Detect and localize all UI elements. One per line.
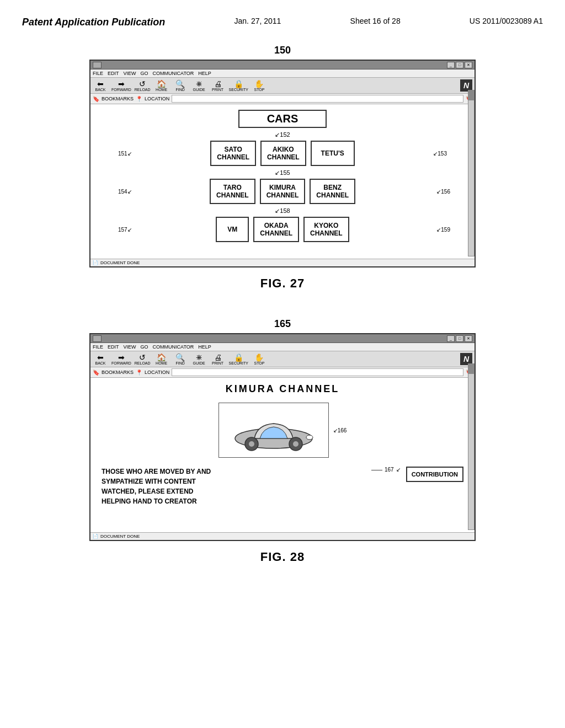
find-button-28[interactable]: 🔍 FIND: [173, 354, 188, 365]
cars-title-container: CARS: [102, 110, 463, 128]
akiko-channel[interactable]: AKIKOCHANNEL: [260, 141, 306, 166]
figure-28-label: FIG. 28: [260, 550, 305, 564]
browser-locationbar-27: 🔖 BOOKMARKS 📍 LOCATION 🔖: [90, 94, 475, 104]
tetus-channel[interactable]: TETU'S: [311, 141, 355, 166]
browser-content-27: CARS ↙152 151↙ SATOCHANNEL: [90, 104, 475, 259]
sato-channel[interactable]: SATOCHANNEL: [210, 141, 256, 166]
reload-button[interactable]: ↺ RELOAD: [135, 80, 151, 92]
browser-frame-28: _ □ ✕ FILE EDIT VIEW GO COMMUNICATOR HEL…: [89, 333, 476, 541]
menu-communicator[interactable]: COMMUNICATOR: [153, 71, 194, 76]
home-button[interactable]: 🏠 HOME: [154, 80, 169, 92]
title-icon-28: [93, 335, 102, 342]
vm-channel[interactable]: VM: [216, 217, 249, 242]
browser-toolbar-28: ⬅ BACK ➡ FORWARD ↺ RELOAD 🏠 HOME: [90, 351, 475, 367]
browser-toolbar-27: ⬅ BACK ➡ FORWARD ↺ RELOAD 🏠 HOME: [90, 78, 475, 94]
ref-155-area: ↙155: [102, 169, 463, 176]
browser-locationbar-28: 🔖 BOOKMARKS 📍 LOCATION 🔖: [90, 367, 475, 378]
kyoko-channel[interactable]: KYOKOCHANNEL: [303, 217, 349, 242]
close-btn-28[interactable]: ✕: [465, 335, 472, 342]
ref-158-area: ↙158: [102, 207, 463, 215]
forward-button-28[interactable]: ➡ FORWARD: [111, 354, 131, 365]
okada-channel[interactable]: OKADACHANNEL: [253, 217, 299, 242]
page-header: Patent Application Publication Jan. 27, …: [22, 11, 543, 28]
cars-title: CARS: [238, 110, 327, 128]
body-text: THOSE WHO ARE MOVED BY AND SYMPATHIZE WI…: [102, 467, 362, 506]
bookmarks-label[interactable]: BOOKMARKS: [102, 96, 134, 101]
menu-go-28[interactable]: GO: [141, 344, 148, 350]
window-controls-28: _ □ ✕: [447, 335, 472, 342]
car-image-svg: [224, 408, 323, 452]
browser-scrollbar-27[interactable]: [468, 90, 475, 256]
bookmarks-label-28[interactable]: BOOKMARKS: [102, 370, 134, 375]
location-input[interactable]: [172, 95, 463, 103]
guide-button[interactable]: ⛯ GUIDE: [191, 80, 207, 92]
location-input-28[interactable]: [172, 368, 463, 376]
reload-button-28[interactable]: ↺ RELOAD: [135, 354, 151, 365]
menu-view-28[interactable]: VIEW: [124, 344, 136, 350]
back-button-28[interactable]: ⬅ BACK: [93, 354, 108, 365]
contribution-section: THOSE WHO ARE MOVED BY AND SYMPATHIZE WI…: [102, 467, 463, 506]
minimize-btn[interactable]: _: [447, 62, 455, 68]
benz-channel[interactable]: BENZCHANNEL: [310, 179, 355, 204]
scrollbar-thumb-27[interactable]: [468, 90, 474, 100]
ref-159-label: ↙159: [436, 227, 450, 233]
browser-menubar-27: FILE EDIT VIEW GO COMMUNICATOR HELP: [90, 69, 475, 78]
ref-167-label: —— 167 ↙: [371, 467, 401, 473]
browser-titlebar-28: _ □ ✕: [90, 334, 475, 343]
maximize-btn[interactable]: □: [456, 62, 463, 68]
figure-28-block: 165 _ □ ✕ FILE EDIT VIEW G: [22, 318, 543, 564]
menu-file[interactable]: FILE: [93, 71, 103, 76]
menu-help-28[interactable]: HELP: [198, 344, 211, 350]
close-btn[interactable]: ✕: [465, 62, 472, 68]
menu-help[interactable]: HELP: [198, 71, 211, 76]
ref-154-label: 154↙: [118, 189, 132, 195]
car-image-row: ↙166: [102, 403, 463, 458]
publication-title: Patent Application Publication: [22, 17, 165, 28]
minimize-btn-28[interactable]: _: [447, 335, 455, 342]
security-button[interactable]: 🔒 SECURITY: [229, 80, 248, 92]
window-controls: _ □ ✕: [447, 62, 472, 68]
browser-scrollbar-28[interactable]: [468, 363, 475, 530]
location-label-28[interactable]: LOCATION: [145, 370, 169, 375]
menu-view[interactable]: VIEW: [124, 71, 136, 76]
find-button[interactable]: 🔍 FIND: [173, 80, 188, 92]
ref-153-label: ↙153: [433, 151, 447, 157]
location-icon: 📍: [136, 96, 142, 102]
fig28-label: 165: [274, 318, 291, 330]
scrollbar-thumb-28[interactable]: [468, 364, 474, 374]
browser-statusbar-28: 📄 DOCUMENT DONE: [90, 532, 475, 540]
security-button-28[interactable]: 🔒 SECURITY: [229, 354, 248, 365]
ref-151-label: 151↙: [118, 151, 132, 157]
back-button[interactable]: ⬅ BACK: [93, 80, 108, 92]
kimura-channel-title: KIMURA CHANNEL: [102, 383, 463, 395]
menu-go[interactable]: GO: [141, 71, 148, 76]
svg-point-4: [293, 441, 299, 447]
sheet-number: Sheet 16 of 28: [350, 17, 401, 25]
menu-edit-28[interactable]: EDIT: [108, 344, 119, 350]
print-button-28[interactable]: 🖨 PRINT: [210, 354, 226, 365]
stop-button[interactable]: ✋ STOP: [252, 80, 267, 92]
menu-communicator-28[interactable]: COMMUNICATOR: [153, 344, 194, 350]
location-label[interactable]: LOCATION: [145, 96, 169, 101]
maximize-btn-28[interactable]: □: [456, 335, 463, 342]
home-button-28[interactable]: 🏠 HOME: [154, 354, 169, 365]
browser-window-27: _ □ ✕ FILE EDIT VIEW GO COMMUNICATOR HEL…: [89, 60, 476, 267]
menu-file-28[interactable]: FILE: [93, 344, 103, 350]
browser-titlebar-27: _ □ ✕: [90, 61, 475, 69]
print-button[interactable]: 🖨 PRINT: [210, 80, 226, 92]
forward-button[interactable]: ➡ FORWARD: [111, 80, 131, 92]
ref-156-label: ↙156: [436, 189, 450, 195]
ref-166-label: ↙166: [333, 427, 347, 433]
ref-157-label: 157↙: [118, 227, 132, 233]
car-image-box: [218, 403, 329, 458]
browser-menubar-28: FILE EDIT VIEW GO COMMUNICATOR HELP: [90, 343, 475, 351]
guide-button-28[interactable]: ⛯ GUIDE: [191, 354, 207, 365]
body-line-2: SYMPATHIZE WITH CONTENT: [102, 477, 362, 486]
kimura-channel-27[interactable]: KIMURACHANNEL: [260, 179, 306, 204]
contribution-button[interactable]: CONTRIBUTION: [406, 467, 463, 482]
taro-channel[interactable]: TAROCHANNEL: [210, 179, 255, 204]
stop-button-28[interactable]: ✋ STOP: [252, 354, 267, 365]
body-line-3: WATCHED, PLEASE EXTEND: [102, 486, 362, 496]
body-line-1: THOSE WHO ARE MOVED BY AND: [102, 467, 362, 477]
menu-edit[interactable]: EDIT: [108, 71, 119, 76]
